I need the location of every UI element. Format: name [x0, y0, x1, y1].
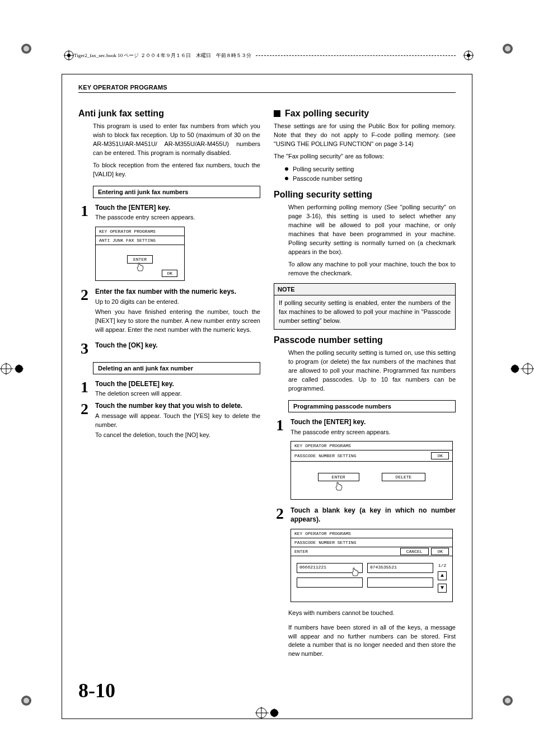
step-number-1: 1 [78, 204, 91, 223]
header-file-info: Tiger2_fax_sec.book 10 ページ ２００４年９月１６日 木曜… [74, 52, 251, 59]
screen3-cell-1[interactable]: 0666211221 [297, 563, 363, 573]
screen1-sub: ANTI JUNK FAX SETTING [96, 236, 184, 245]
r-step1-title: Touch the [ENTER] key. [291, 418, 456, 427]
r-step2-title: Touch a blank key (a key in which no num… [291, 506, 456, 524]
screen3-sub: PASSCODE NUMBER SETTING [291, 538, 452, 547]
step2-text: Up to 20 digits can be entered. [95, 298, 260, 307]
svg-point-7 [505, 698, 510, 703]
svg-point-3 [505, 46, 510, 51]
screen2-title: KEY OPERATOR PROGRAMS [291, 442, 452, 450]
bullet-polling-security: Polling security setting [285, 165, 456, 175]
hand-pointer-icon [350, 567, 360, 577]
anti-junk-intro: This program is used to enter fax number… [93, 122, 260, 158]
deleting-box: Deleting an anti junk fax number [93, 362, 260, 374]
registration-mark-right [510, 363, 534, 375]
svg-point-5 [24, 698, 29, 703]
polling-security-text: When performing polling memory (See "pol… [288, 203, 456, 257]
step1-text: The passcode entry screen appears. [95, 213, 260, 222]
polling-security-text2: To allow any machine to poll your machin… [288, 260, 456, 278]
registration-mark-bottom [255, 707, 279, 719]
del-step1-title: Touch the [DELETE] key. [95, 380, 260, 389]
crop-mark-bottom-right [502, 694, 514, 707]
r-step1-text: The passcode entry screen appears. [291, 428, 456, 437]
programming-box: Programming passcode numbers [288, 400, 456, 412]
page: Tiger2_fax_sec.book 10 ページ ２００４年９月１６日 木曜… [0, 0, 534, 736]
fax-polling-intro: These settings are for using the Public … [274, 122, 456, 149]
content: KEY OPERATOR PROGRAMS Anti junk fax sett… [78, 84, 456, 702]
step-number-2: 2 [78, 288, 91, 334]
screen3-enter-label: ENTER [294, 549, 308, 554]
section-header: KEY OPERATOR PROGRAMS [78, 84, 456, 93]
hand-pointer-icon [135, 262, 145, 272]
step-number-3: 3 [78, 341, 91, 355]
crop-mark-bottom-left [20, 694, 32, 707]
left-column: Anti junk fax setting This program is us… [78, 109, 260, 662]
del-step2-text2: To cancel the deletion, touch the [NO] k… [95, 431, 260, 440]
passcode-number-text: When the polling security setting is tur… [288, 349, 456, 393]
screen3-cell-3[interactable] [297, 577, 363, 588]
bullet-passcode-setting: Passcode number setting [285, 174, 456, 184]
screen-anti-junk: KEY OPERATOR PROGRAMS ANTI JUNK FAX SETT… [95, 227, 185, 281]
screen3-page-indicator: 1/2 [438, 563, 446, 568]
del-step-number-2: 2 [78, 402, 91, 439]
screen2-delete-button[interactable]: DELETE [382, 473, 426, 481]
reg-icon-right [463, 50, 474, 60]
entering-box: Entering anti junk fax numbers [93, 186, 260, 198]
note-box: NOTE If polling security setting is enab… [274, 283, 456, 330]
screen2-sub: PASSCODE NUMBER SETTING [294, 453, 356, 458]
square-bullet-icon [274, 110, 280, 117]
screen3-cell-2[interactable]: 0743535521 [367, 563, 433, 573]
screen3-down-button[interactable]: ▼ [438, 584, 447, 593]
anti-junk-intro2: To block reception from the entered fax … [93, 161, 260, 179]
crop-mark-top-right [502, 43, 514, 55]
screen2-enter-button[interactable]: ENTER [318, 473, 359, 481]
polling-security-heading: Polling security setting [274, 190, 456, 200]
step2-text2: When you have finished entering the numb… [95, 308, 260, 335]
del-step1-text: The deletion screen will appear. [95, 389, 260, 398]
screen1-ok-button[interactable]: OK [162, 270, 177, 277]
registration-mark-left [0, 363, 24, 375]
screen3-title: KEY OPERATOR PROGRAMS [291, 529, 452, 538]
header-line: Tiger2_fax_sec.book 10 ページ ２００４年９月１６日 木曜… [60, 50, 474, 60]
fax-polling-heading: Fax polling security [285, 109, 369, 119]
fax-polling-intro2: The "Fax polling security" are as follow… [274, 152, 456, 161]
r-step-number-1: 1 [274, 418, 286, 437]
r-step-number-2: 2 [274, 506, 286, 524]
screen3-cell-4[interactable] [367, 577, 433, 588]
screen3-up-button[interactable]: ▲ [438, 571, 447, 580]
book-icon [64, 50, 74, 60]
del-step2-text: A message will appear. Touch the [YES] k… [95, 412, 260, 430]
screen-passcode-1: KEY OPERATOR PROGRAMS PASSCODE NUMBER SE… [291, 441, 453, 500]
del-step-number-1: 1 [78, 380, 91, 399]
note-body: If polling security setting is enabled, … [274, 295, 455, 329]
screen1-title: KEY OPERATOR PROGRAMS [96, 227, 184, 236]
screen2-ok-button[interactable]: OK [431, 452, 449, 459]
anti-junk-heading: Anti junk fax setting [78, 109, 260, 119]
step2-title: Enter the fax number with the numeric ke… [95, 288, 260, 297]
svg-point-29 [67, 54, 71, 57]
after-text-1: Keys with numbers cannot be touched. [288, 609, 456, 618]
del-step2-title: Touch the number key that you wish to de… [95, 402, 260, 411]
svg-point-1 [24, 46, 29, 51]
screen3-cancel-button[interactable]: CANCEL [400, 548, 429, 555]
step1-title: Touch the [ENTER] key. [95, 204, 260, 213]
svg-point-33 [467, 54, 470, 57]
screen3-ok-button[interactable]: OK [431, 548, 449, 555]
hand-pointer-icon [334, 481, 344, 491]
note-title: NOTE [274, 284, 455, 295]
header-dash [256, 55, 456, 56]
page-number: 8-10 [78, 679, 456, 702]
step3-title: Touch the [OK] key. [95, 341, 260, 350]
right-column: Fax polling security These settings are … [274, 109, 456, 662]
crop-mark-top-left [20, 43, 32, 55]
passcode-number-heading: Passcode number setting [274, 335, 456, 345]
screen-passcode-2: KEY OPERATOR PROGRAMS PASSCODE NUMBER SE… [291, 529, 453, 602]
after-text-2: If numbers have been stored in all of th… [288, 623, 456, 659]
